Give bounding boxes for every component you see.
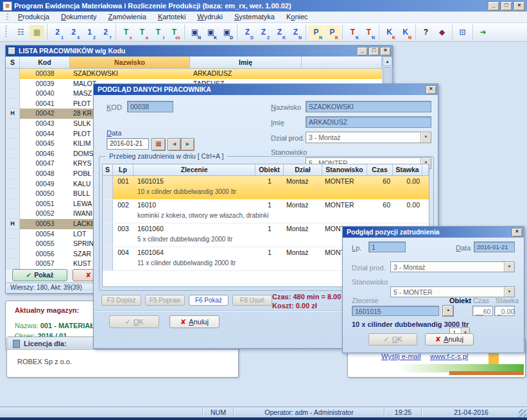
zlecenie-field[interactable]: 1601015 <box>352 306 439 316</box>
emp-col-stanowisko[interactable]: Stanowisko <box>322 164 367 176</box>
emp-col-filler <box>422 164 429 176</box>
menu-koniec[interactable]: Koniec <box>281 12 314 22</box>
position-dialog-titlebar[interactable]: Podgląd pozycji zatrudnienia × <box>343 227 524 238</box>
f6-pokaz-button[interactable]: F6 Pokaż <box>189 295 229 306</box>
hierarchy-icon[interactable]: ☷ <box>13 25 28 40</box>
emp-col-obiekt[interactable]: Obiekt <box>255 164 284 176</box>
pos-data-field[interactable]: 2016-01-21 <box>474 241 515 252</box>
column-header-nazwisko[interactable]: Nazwisko <box>70 57 190 69</box>
close-button[interactable]: × <box>514 1 525 11</box>
column-header-imie[interactable]: Imię <box>190 57 302 69</box>
norm-k-icon[interactable]: ▣K <box>203 25 218 40</box>
menubar-grip <box>6 13 8 21</box>
t-n-icon[interactable]: TN <box>361 25 376 40</box>
next-day-button[interactable]: ► <box>181 138 194 151</box>
employee-dialog-close-button[interactable]: × <box>426 85 436 94</box>
z-k-icon[interactable]: ZK <box>272 25 287 40</box>
emp-col-dzial[interactable]: Dział <box>284 164 322 176</box>
warehouse-name-value: 001 - MATERIAŁY <box>40 322 99 329</box>
menu-produkcja[interactable]: Produkcja <box>12 12 55 22</box>
emp-col-czas[interactable]: Czas <box>367 164 393 176</box>
employee-anuluj-button[interactable]: ✘Anuluj <box>169 315 220 328</box>
website-link[interactable]: www.f-c-s.pl <box>430 353 468 360</box>
menu-dokumenty[interactable]: Dokumenty <box>55 12 103 22</box>
employee-list-titlebar[interactable]: LISTA PRACOWNIKÓW w/g Kodu _ □ × <box>6 46 392 57</box>
zlecenie-browse-button[interactable]: ▪ <box>442 305 454 317</box>
p-k-icon[interactable]: PK <box>325 25 340 40</box>
k-k-icon[interactable]: KK <box>382 25 397 40</box>
employment-row-001[interactable]: 00116010151MontażMONTER600.0010 x cilind… <box>103 176 429 200</box>
imie-field[interactable]: ARKADIUSZ <box>306 116 431 128</box>
employee-ok-button[interactable]: ✓OK <box>109 315 159 328</box>
resize-grip[interactable] <box>519 409 526 417</box>
p-n-icon[interactable]: PN <box>309 25 324 40</box>
emp-col-lp[interactable]: Lp <box>113 164 134 176</box>
calendar-2-icon[interactable]: 24 <box>66 25 81 40</box>
f8-usun-button[interactable]: F8 Usuń <box>232 295 272 306</box>
calendar-4-icon[interactable]: 2? <box>98 25 113 40</box>
menu-kartoteki[interactable]: Kartoteki <box>152 12 191 22</box>
check-icon: ✓ <box>383 335 389 343</box>
help-icon[interactable]: ? <box>419 25 433 40</box>
menu-wydruki[interactable]: Wydruki <box>191 12 229 22</box>
pos-dzial-combo[interactable]: 3 - Montaż▼ <box>390 261 515 272</box>
emp-col-s[interactable]: S <box>103 164 113 176</box>
pos-stawka-field[interactable]: _0.00 <box>494 306 515 316</box>
menu-systematyka[interactable]: Systematyka <box>229 12 281 22</box>
z-n-icon[interactable]: ZN <box>288 25 303 40</box>
book-icon[interactable]: ◆ <box>435 25 449 40</box>
monitor-icon[interactable]: ⊡ <box>455 25 470 40</box>
column-header-s[interactable]: S <box>6 57 20 69</box>
order-description: 10 x cilinder dubbelwandig 3000 ltr <box>352 320 469 328</box>
t-k-icon[interactable]: TK <box>345 25 360 40</box>
position-preview-dialog: Podgląd pozycji zatrudnienia × Lp. 1 Dat… <box>342 226 524 353</box>
nazwisko-field[interactable]: SZADKOWSKI <box>306 101 431 112</box>
chevron-down-icon[interactable]: ▼ <box>504 287 514 297</box>
calendar-3-icon[interactable]: 12 <box>82 25 97 40</box>
f5-popraw-button[interactable]: F5 Popraw <box>145 295 185 306</box>
chevron-down-icon[interactable]: ▼ <box>420 132 431 143</box>
employment-row-002[interactable]: 002160101MontażMONTER600.00kominki z kok… <box>103 200 429 223</box>
pos-czas-field[interactable]: __60 <box>472 306 493 316</box>
prev-day-button[interactable]: ◄ <box>168 138 181 151</box>
employee-dialog-titlebar[interactable]: PODGLĄD DANYCH PRACOWNIKA × <box>94 84 438 95</box>
worker-cc-icon[interactable]: Tcc <box>167 25 182 40</box>
z-2-icon[interactable]: Z2 <box>256 25 271 40</box>
pos-dzial-label: Dział prod. <box>352 264 386 272</box>
emp-col-zlecenie[interactable]: Zlecenie <box>134 164 255 176</box>
kod-field[interactable]: 00038 <box>127 101 173 112</box>
pokaz-button[interactable]: ✔Pokaż <box>12 269 67 281</box>
employee-row-00038[interactable]: 00038SZADKOWSKIARKADIUSZ <box>6 69 382 79</box>
calendar-1-icon[interactable]: 21 <box>50 25 65 40</box>
exit-icon[interactable]: ➔ <box>476 25 490 40</box>
norm-d-icon[interactable]: ▣D <box>220 25 234 40</box>
picture-icon[interactable]: ▦ <box>30 25 44 40</box>
column-header-kod[interactable]: Kod <box>20 57 70 69</box>
position-dialog-close-button[interactable]: × <box>512 228 523 237</box>
scroll-up-icon[interactable]: ▲ <box>383 57 392 66</box>
k-n-icon[interactable]: KN <box>398 25 413 40</box>
menu-zamówienia[interactable]: Zamówienia <box>103 12 152 22</box>
f3-dopisz-button[interactable]: F3 Dopisz <box>101 295 141 306</box>
calendar-button[interactable]: ▦ <box>151 138 166 151</box>
minimize-button[interactable]: _ <box>488 1 499 11</box>
z-d-icon[interactable]: ZD <box>240 25 255 40</box>
zlecenie-label: Zlecenie <box>352 297 379 304</box>
norm-n-icon[interactable]: ▣N <box>187 25 202 40</box>
lp-field[interactable]: 1 <box>368 241 406 252</box>
worker-o-icon[interactable]: To <box>135 25 150 40</box>
position-anuluj-button[interactable]: ✘Anuluj <box>425 333 474 346</box>
worker-c-icon[interactable]: Tc <box>119 25 134 40</box>
dzial-combo[interactable]: 3 - Montaż▼ <box>306 132 431 143</box>
chevron-down-icon[interactable]: ▼ <box>504 262 514 272</box>
worker-i-icon[interactable]: Ti <box>151 25 166 40</box>
pos-stanowisko-combo[interactable]: 5 - MONTER▼ <box>390 286 515 297</box>
list-maximize-button[interactable]: □ <box>368 47 379 56</box>
data-field[interactable]: 2016-01-21 <box>107 138 149 150</box>
list-close-button[interactable]: × <box>380 47 391 56</box>
list-minimize-button[interactable]: _ <box>357 47 368 56</box>
maximize-button[interactable]: □ <box>501 1 512 11</box>
position-ok-button[interactable]: ✓OK <box>368 333 417 346</box>
send-email-link[interactable]: Wyślij e-mail <box>381 353 421 360</box>
emp-col-stawka[interactable]: Stawka <box>393 164 422 176</box>
